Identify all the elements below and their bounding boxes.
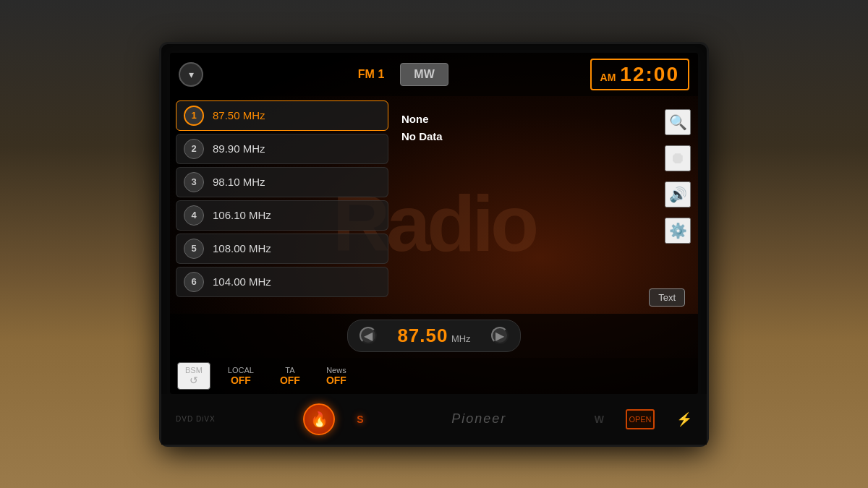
- volume-button[interactable]: 🔊: [665, 181, 691, 207]
- gear-icon: ⚙️: [669, 222, 687, 239]
- text-button[interactable]: Text: [649, 288, 685, 307]
- settings-button[interactable]: ⚙️: [665, 218, 691, 244]
- preset-number-2: 2: [184, 139, 204, 159]
- hardware-buttons: 🔥 S: [303, 403, 363, 435]
- preset-freq-1: 87.50 MHz: [213, 109, 265, 121]
- preset-item-5[interactable]: 5 108.00 MHz: [176, 234, 388, 264]
- preset-number-5: 5: [184, 239, 204, 259]
- clock-display: AM 12:00: [590, 59, 689, 90]
- local-status: LOCAL OFF: [219, 364, 263, 388]
- preset-item-6[interactable]: 6 104.00 MHz: [176, 267, 388, 297]
- power-button[interactable]: 🔥: [303, 403, 335, 435]
- search-button[interactable]: 🔍: [665, 109, 691, 135]
- freq-prev-button[interactable]: ◀: [359, 327, 377, 344]
- preset-number-6: 6: [184, 272, 204, 292]
- preset-item-2[interactable]: 2 89.90 MHz: [176, 134, 388, 164]
- clock-am-label: AM: [600, 72, 616, 83]
- record-icon: ⏺: [670, 149, 686, 168]
- bsm-button[interactable]: BSM ↺: [177, 362, 210, 390]
- rds-line2: No Data: [401, 128, 443, 145]
- clock-time: 12:00: [620, 63, 679, 86]
- tab-fm1[interactable]: FM 1: [345, 63, 397, 86]
- preset-number-1: 1: [184, 106, 204, 126]
- main-content: 1 87.50 MHz 2 89.90 MHz 3 98.10 MHz 4 10…: [170, 96, 698, 314]
- right-panel: None No Data 🔍 ⏺ 🔊: [394, 96, 698, 314]
- frequency-bar: ◀ 87.50 MHz ▶: [170, 314, 698, 358]
- frequency-display: ◀ 87.50 MHz ▶: [347, 320, 521, 352]
- frequency-value: 87.50 MHz: [397, 325, 470, 347]
- brand-info: DVD DiVX: [176, 415, 216, 423]
- preset-freq-4: 106.10 MHz: [213, 209, 271, 221]
- dvd-label: DVD DiVX: [176, 415, 216, 423]
- pioneer-device: Radio ▾ FM 1 MW AM 12:00 1 87.50 MHz: [159, 42, 709, 447]
- local-value: OFF: [231, 374, 251, 386]
- preset-freq-6: 104.00 MHz: [213, 275, 271, 288]
- ta-label: TA: [285, 366, 294, 374]
- preset-freq-3: 98.10 MHz: [213, 176, 265, 188]
- chevron-down-icon: ▾: [189, 69, 194, 80]
- usb-icon: ⚡: [676, 411, 692, 427]
- bsm-label: BSM: [185, 366, 203, 374]
- status-bar: BSM ↺ LOCAL OFF TA OFF News OFF: [170, 358, 698, 394]
- preset-list: 1 87.50 MHz 2 89.90 MHz 3 98.10 MHz 4 10…: [170, 96, 394, 314]
- preset-item-4[interactable]: 4 106.10 MHz: [176, 200, 388, 231]
- preset-number-4: 4: [184, 205, 204, 226]
- search-icon: 🔍: [669, 114, 687, 131]
- device-bottom-bar: DVD DiVX 🔥 S Pioneer W OPEN ⚡: [161, 394, 707, 445]
- hardware-buttons-right: W OPEN ⚡: [595, 409, 692, 429]
- flame-icon: 🔥: [310, 411, 328, 428]
- preset-item-1[interactable]: 1 87.50 MHz: [176, 100, 388, 131]
- preset-item-3[interactable]: 3 98.10 MHz: [176, 167, 388, 197]
- rds-line1: None: [401, 111, 443, 128]
- freq-next-button[interactable]: ▶: [491, 327, 509, 344]
- right-icon-controls: 🔍 ⏺ 🔊 ⚙️: [665, 103, 691, 286]
- rds-info: None No Data: [401, 111, 443, 145]
- tab-mw[interactable]: MW: [400, 63, 448, 86]
- news-value: OFF: [326, 374, 346, 386]
- local-label: LOCAL: [228, 366, 254, 374]
- s-button[interactable]: S: [357, 414, 363, 425]
- volume-icon: 🔊: [669, 186, 687, 203]
- dropdown-button[interactable]: ▾: [179, 62, 203, 87]
- pioneer-brand: Pioneer: [451, 411, 506, 427]
- bsm-icon: ↺: [190, 374, 198, 386]
- ta-value: OFF: [280, 374, 300, 386]
- preset-freq-5: 108.00 MHz: [213, 242, 271, 254]
- news-label: News: [326, 366, 346, 374]
- ta-status: TA OFF: [271, 364, 309, 388]
- news-status: News OFF: [318, 364, 355, 388]
- w-label: W: [595, 414, 604, 425]
- preset-freq-2: 89.90 MHz: [213, 142, 265, 155]
- eject-button[interactable]: OPEN: [626, 409, 655, 429]
- display-screen: Radio ▾ FM 1 MW AM 12:00 1 87.50 MHz: [170, 53, 698, 394]
- preset-number-3: 3: [184, 172, 204, 192]
- top-bar: ▾ FM 1 MW AM 12:00: [170, 53, 698, 96]
- record-button[interactable]: ⏺: [665, 145, 691, 171]
- source-tabs: FM 1 MW: [345, 63, 448, 86]
